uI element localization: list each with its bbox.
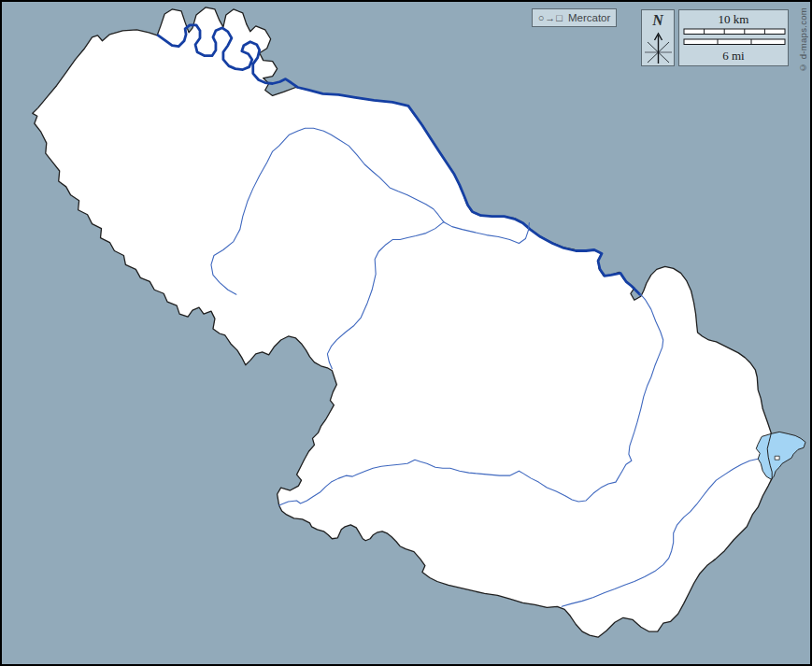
- lake-islet: [775, 456, 779, 460]
- projection-label: Mercator: [568, 12, 610, 23]
- scale-bars: [683, 28, 786, 47]
- map-canvas: [2, 2, 810, 664]
- scale-mi-label: 6 mi: [679, 50, 788, 62]
- scale-km-label: 10 km: [679, 13, 788, 25]
- projection-legend: ○→□ Mercator: [532, 8, 617, 27]
- north-arrow-icon: [642, 28, 675, 65]
- scale-bar-panel: 10 km 6 mi: [678, 9, 789, 66]
- projection-symbols-icon: ○→□: [538, 12, 563, 23]
- compass-panel: N: [641, 9, 675, 66]
- copyright-text: © d-maps.com: [798, 7, 808, 73]
- north-label: N: [652, 13, 663, 28]
- map-frame: ○→□ Mercator N 10 km 6 mi © d-maps.com: [0, 0, 812, 666]
